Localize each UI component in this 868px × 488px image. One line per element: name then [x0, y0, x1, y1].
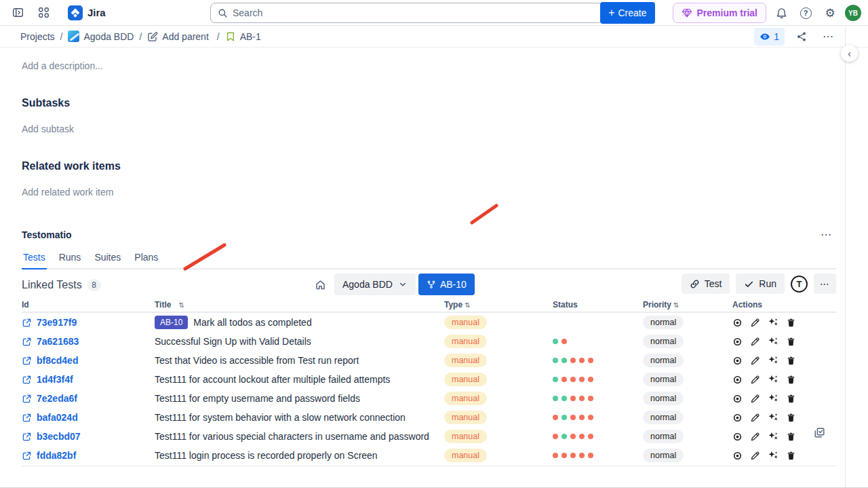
create-button[interactable]: + Create [600, 2, 654, 24]
add-parent-button[interactable]: Add parent [147, 31, 209, 42]
delete-test-button[interactable] [786, 413, 796, 423]
pencil-icon [750, 394, 760, 404]
edit-test-button[interactable] [750, 413, 760, 423]
status-dot-green [561, 358, 567, 363]
test-id-link[interactable]: b3ecbd07 [37, 431, 81, 442]
delete-test-button[interactable] [786, 432, 796, 442]
collapse-panel-button[interactable]: ‹ [841, 45, 858, 62]
issue-header-row: Projects / Agoda BDD / Add parent / AB-1… [0, 26, 868, 48]
status-dot-green [553, 396, 558, 401]
sparkles-icon [768, 431, 778, 442]
copy-check-icon [813, 426, 826, 439]
status-dot-red [588, 396, 593, 401]
eye-icon [732, 394, 743, 404]
premium-trial-button[interactable]: Premium trial [673, 3, 766, 23]
delete-test-button[interactable] [786, 337, 796, 347]
test-id-link[interactable]: bf8cd4ed [37, 355, 78, 366]
test-id-link[interactable]: 73e917f9 [37, 317, 77, 328]
watchers-button[interactable]: 1 [754, 28, 785, 45]
subtasks-heading: Subtasks [22, 97, 836, 109]
test-id-link[interactable]: bafa024d [37, 412, 78, 423]
add-related-item-button[interactable]: Add related work item [22, 187, 836, 198]
ai-action-button[interactable] [768, 355, 778, 366]
eye-icon [732, 413, 743, 423]
breadcrumb-project[interactable]: Agoda BDD [68, 31, 134, 42]
tests-more-button[interactable]: ⋯ [814, 274, 836, 294]
header-id[interactable]: Id [22, 300, 155, 309]
view-test-button[interactable] [732, 375, 743, 385]
edit-test-button[interactable] [750, 451, 760, 461]
ai-action-button[interactable] [768, 374, 778, 385]
issue-filter-button[interactable]: AB-10 [418, 274, 475, 295]
edit-test-button[interactable] [750, 432, 760, 442]
description-field[interactable]: Add a description... [22, 60, 836, 71]
tab-tests[interactable]: Tests [22, 252, 47, 269]
expand-sidebar-button[interactable] [8, 3, 27, 22]
test-id-link[interactable]: 7a621683 [37, 336, 79, 347]
table-bottom-border [22, 466, 836, 466]
edit-test-button[interactable] [750, 318, 760, 328]
delete-test-button[interactable] [786, 394, 796, 404]
ai-action-button[interactable] [768, 412, 778, 423]
edit-test-button[interactable] [750, 356, 760, 366]
sparkles-icon [768, 336, 778, 347]
tab-suites[interactable]: Suites [93, 252, 122, 269]
home-button[interactable] [315, 279, 326, 290]
breadcrumb-issue-key[interactable]: AB-1 [225, 31, 261, 42]
header-priority[interactable]: Priority⇅ [643, 300, 732, 309]
run-button[interactable]: Run [736, 274, 785, 294]
tab-runs[interactable]: Runs [58, 252, 83, 269]
settings-button[interactable]: ⚙ [821, 3, 840, 22]
delete-test-button[interactable] [786, 318, 796, 328]
test-id-link[interactable]: 1d4f3f4f [37, 374, 73, 385]
sparkles-icon [768, 374, 778, 385]
view-test-button[interactable] [732, 318, 743, 328]
link-test-button[interactable]: Test [682, 274, 730, 294]
user-avatar[interactable]: YB [845, 5, 861, 21]
test-id-link[interactable]: 7e2eda6f [37, 393, 77, 404]
status-dot-green [553, 358, 558, 363]
issue-more-button[interactable]: ⋯ [818, 29, 838, 45]
ai-action-button[interactable] [768, 317, 778, 328]
help-button[interactable]: ? [796, 3, 815, 22]
edit-test-button[interactable] [750, 375, 760, 385]
project-selector-dropdown[interactable]: Agoda BDD [334, 274, 416, 295]
global-search[interactable] [210, 3, 603, 23]
view-test-button[interactable] [732, 394, 743, 404]
header-title[interactable]: Title⇅ [155, 300, 444, 309]
ai-action-button[interactable] [768, 450, 778, 461]
view-test-button[interactable] [732, 337, 743, 347]
sparkles-icon [768, 393, 778, 404]
view-test-button[interactable] [732, 432, 743, 442]
notifications-button[interactable] [772, 3, 791, 22]
jira-issue-page: Jira + Create Premium trial ? ⚙ YB Proje… [0, 0, 868, 488]
delete-test-button[interactable] [786, 375, 796, 385]
priority-badge: normal [643, 392, 684, 405]
add-subtask-button[interactable]: Add subtask [22, 124, 836, 134]
edit-test-button[interactable] [750, 337, 760, 347]
tab-plans[interactable]: Plans [133, 252, 159, 269]
ai-action-button[interactable] [768, 336, 778, 347]
edit-test-button[interactable] [750, 394, 760, 404]
delete-test-button[interactable] [786, 356, 796, 366]
jira-home-link[interactable]: Jira [68, 5, 106, 20]
diamond-icon [682, 7, 692, 18]
status-dot-red [553, 453, 558, 458]
bulk-select-button[interactable] [813, 426, 826, 442]
pencil-icon [750, 337, 760, 347]
view-test-button[interactable] [732, 356, 743, 366]
view-test-button[interactable] [732, 451, 743, 461]
search-input[interactable] [233, 7, 595, 18]
breadcrumb-projects[interactable]: Projects [20, 31, 55, 42]
delete-test-button[interactable] [786, 451, 796, 461]
issue-key-badge[interactable]: AB-10 [155, 316, 188, 329]
share-button[interactable] [793, 29, 810, 45]
view-test-button[interactable] [732, 413, 743, 423]
header-type[interactable]: Type⇅ [444, 300, 553, 309]
test-id-link[interactable]: fdda82bf [37, 450, 76, 461]
app-switcher-button[interactable] [34, 3, 53, 22]
ai-action-button[interactable] [768, 431, 778, 442]
ai-action-button[interactable] [768, 393, 778, 404]
testomatio-more-button[interactable]: ⋯ [816, 227, 836, 243]
table-row: 73e917f9 AB-10 Mark all todos as complet… [22, 313, 836, 332]
